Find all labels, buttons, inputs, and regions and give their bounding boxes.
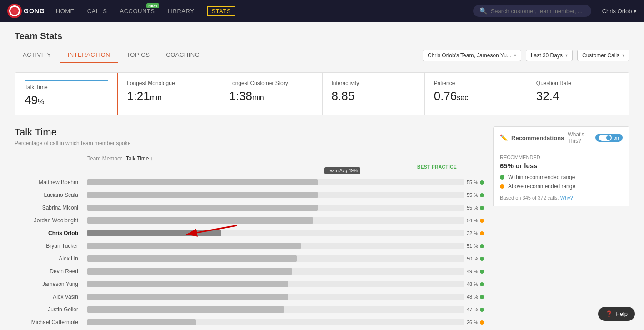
- help-button[interactable]: ❓ Help: [598, 307, 635, 321]
- nav-item-home[interactable]: HOME: [56, 8, 75, 15]
- recommendations-panel: ✏️ Recommendations What's This? on RECOM…: [493, 126, 629, 330]
- metric-card-question-rate[interactable]: Question Rate 32.4: [527, 73, 629, 115]
- search-input[interactable]: [491, 8, 585, 15]
- rec-based: Based on 345 of 372 calls. Why?: [500, 195, 623, 200]
- rec-body: RECOMMENDED 65% or less Within recommend…: [493, 149, 629, 206]
- bar-pct: 50 %: [467, 256, 478, 261]
- bar-fill: [87, 319, 196, 325]
- bar-name: Jordan Woolbright: [15, 217, 83, 224]
- bar-name: Jameson Yung: [15, 281, 83, 287]
- bar-name: Justin Geller: [15, 306, 83, 313]
- legend-label: Above recommended range: [508, 183, 575, 190]
- metrics-row: Talk Time 49% Longest Monologue 1:21min …: [15, 72, 629, 115]
- bar-row: Alex Lin 50 %: [87, 254, 484, 264]
- nav-item-accounts[interactable]: ACCOUNTSNEW: [120, 8, 155, 15]
- bar-name: Chris Orlob: [15, 230, 83, 236]
- bar-name: Bryan Tucker: [15, 243, 83, 249]
- metric-card-talk-time[interactable]: Talk Time 49%: [15, 72, 118, 115]
- chart-section: Talk Time Percentage of call in which te…: [15, 126, 629, 330]
- bar-dot: [480, 308, 484, 312]
- metric-value: 1:21min: [127, 89, 210, 103]
- filter-team[interactable]: Chris Orlob's Team, Jameson Yu...▾: [423, 50, 521, 61]
- nav-item-library[interactable]: LIBRARY: [167, 8, 194, 15]
- bar-dot: [480, 180, 484, 185]
- search-bar[interactable]: 🔍: [473, 5, 591, 17]
- bar-bg: [87, 294, 464, 300]
- rec-icon: ✏️: [500, 134, 508, 141]
- bar-bg: [87, 319, 464, 325]
- bar-bg: [87, 255, 464, 262]
- bar-dot: [480, 295, 484, 299]
- bar-row: Devin Reed 49 %: [87, 266, 484, 276]
- why-link[interactable]: Why?: [560, 195, 573, 200]
- metric-card-longest-customer-story[interactable]: Longest Customer Story 1:38min: [220, 73, 322, 115]
- best-practice-label: BEST PRACTICE: [417, 165, 457, 170]
- sort-label[interactable]: Talk Time ↓: [126, 155, 153, 162]
- bar-row: Luciano Scala 55 %: [87, 190, 484, 200]
- metric-card-interactivity[interactable]: Interactivity 8.85: [323, 73, 425, 115]
- legend-dot: [500, 175, 504, 180]
- rec-value: 65% or less: [500, 162, 623, 170]
- bar-bg: [87, 243, 464, 249]
- legend-label: Within recommended range: [508, 174, 575, 180]
- metric-card-longest-monologue[interactable]: Longest Monologue 1:21min: [118, 73, 220, 115]
- tab-coaching[interactable]: COACHING: [158, 48, 208, 63]
- tab-topics[interactable]: TOPICS: [118, 48, 158, 63]
- chevron-down-icon: ▾: [622, 53, 624, 58]
- bar-chart: Matthew Boehm 55 % Luciano Scala 55 % Sa…: [15, 165, 484, 327]
- bar-chart-container: BEST PRACTICE Team Avg 49% Matthew Boehm…: [15, 165, 484, 330]
- chart-subtitle: Percentage of call in which team member …: [15, 140, 484, 146]
- bar-bg: [87, 192, 464, 198]
- bar-pct: 47 %: [467, 307, 478, 312]
- user-menu[interactable]: Chris Orlob ▾: [602, 8, 637, 15]
- bar-dot: [480, 219, 484, 223]
- nav-item-calls[interactable]: CALLS: [87, 8, 107, 15]
- rec-legend: Within recommended rangeAbove recommende…: [500, 174, 623, 190]
- rec-title: Recommendations: [511, 135, 564, 141]
- rec-what-link[interactable]: What's This?: [568, 131, 591, 144]
- bar-dot: [480, 270, 484, 274]
- metric-label: Longest Customer Story: [229, 80, 313, 86]
- metric-value: 1:38min: [229, 89, 313, 103]
- metric-value: 49%: [25, 93, 108, 107]
- bar-name: Alex Vasin: [15, 294, 83, 300]
- bar-fill: [87, 230, 221, 236]
- rec-toggle[interactable]: on: [595, 134, 623, 142]
- bar-name: Sabrina Miconi: [15, 205, 83, 211]
- tab-interaction[interactable]: INTERACTION: [60, 48, 119, 63]
- bar-dot: [480, 320, 484, 325]
- metric-value: 8.85: [332, 89, 415, 103]
- bar-row: Chris Orlob 32 %: [87, 228, 484, 238]
- bar-fill: [87, 205, 318, 211]
- metric-value: 32.4: [536, 89, 620, 103]
- bar-row: Jordan Woolbright 54 %: [87, 215, 484, 225]
- bar-row: Jameson Yung 48 %: [87, 279, 484, 289]
- metric-card-patience[interactable]: Patience 0.76sec: [425, 73, 527, 115]
- filters-row: Chris Orlob's Team, Jameson Yu...▾Last 3…: [423, 50, 629, 61]
- metric-indicator: [25, 80, 108, 81]
- metric-label: Longest Monologue: [127, 80, 210, 86]
- nav-item-stats[interactable]: STATS: [207, 6, 235, 16]
- bar-name: Michael Cattermole: [15, 319, 83, 325]
- filter-calltype[interactable]: Customer Calls▾: [577, 50, 629, 61]
- bar-fill: [87, 281, 288, 287]
- bar-name: Luciano Scala: [15, 192, 83, 198]
- column-label: Team Member: [87, 155, 122, 162]
- bar-fill: [87, 217, 313, 224]
- bar-pct: 55 %: [467, 205, 478, 210]
- rec-legend-item: Within recommended range: [500, 174, 623, 180]
- chart-title: Talk Time: [15, 126, 484, 138]
- bar-bg: [87, 217, 464, 224]
- bar-pct: 55 %: [467, 180, 478, 185]
- tab-activity[interactable]: ACTIVITY: [15, 48, 60, 63]
- help-label: Help: [615, 310, 628, 317]
- bar-row: Sabrina Miconi 55 %: [87, 203, 484, 213]
- navbar: GONG HOMECALLSACCOUNTSNEWLIBRARYSTATS 🔍 …: [0, 0, 644, 22]
- bar-dot: [480, 244, 484, 248]
- logo[interactable]: GONG: [7, 4, 45, 18]
- filter-label: Chris Orlob's Team, Jameson Yu...: [428, 52, 511, 59]
- filter-label: Customer Calls: [582, 52, 619, 59]
- filter-period[interactable]: Last 30 Days▾: [526, 50, 573, 61]
- bar-fill: [87, 179, 318, 185]
- bar-bg: [87, 306, 464, 313]
